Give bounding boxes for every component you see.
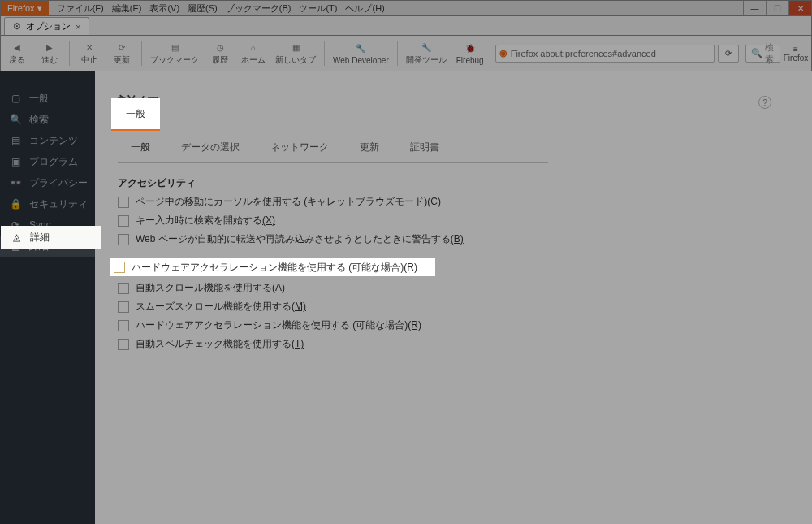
browser-tab-options[interactable]: ⚙ オプション × (4, 17, 89, 35)
sidebar-item-applications[interactable]: ▣プログラム (0, 151, 95, 172)
subtab-network[interactable]: ネットワーク (257, 134, 342, 162)
subtab-cert[interactable]: 証明書 (397, 134, 452, 162)
titlebar: Firefox ▾ ファイル(F) 編集(E) 表示(V) 履歴(S) ブックマ… (0, 0, 812, 16)
home-button[interactable]: ⌂ホーム (236, 36, 270, 71)
checkbox-label: スムーズスクロール機能を使用する(M) (136, 300, 306, 314)
sidebar-item-privacy[interactable]: 👓プライバシー (0, 172, 95, 193)
tab-close-button[interactable]: × (76, 22, 80, 32)
menubar: ファイル(F) 編集(E) 表示(V) 履歴(S) ブックマーク(B) ツール(… (49, 2, 385, 15)
menu-edit[interactable]: 編集(E) (112, 2, 142, 15)
sidebar-item-content[interactable]: ▤コンテンツ (0, 130, 95, 151)
menu-history[interactable]: 履歴(S) (188, 2, 218, 15)
preferences-main: 詳細 ? 一般 データの選択 ネットワーク 更新 証明書 アクセシビリティ ペー… (95, 71, 812, 524)
devtools-icon: 🔧 (420, 41, 433, 54)
sidebar-item-label: 一般 (29, 92, 49, 106)
wrench-icon: 🔧 (354, 42, 367, 55)
checkbox-label: 自動スペルチェック機能を使用する(T) (136, 337, 304, 351)
checkbox-search-on-type[interactable]: キー入力時に検索を開始する(X) (118, 214, 789, 227)
webdev-label: Web Developer (333, 56, 389, 65)
subtab-general[interactable]: 一般 (118, 134, 163, 162)
stop-label: 中止 (81, 54, 97, 66)
devtools-label: 開発ツール (406, 54, 447, 66)
checkbox-warn-redirect[interactable]: Web ページが自動的に転送や再読み込みさせようとしたときに警告する(B) (118, 232, 789, 246)
sidebar-item-security[interactable]: 🔒セキュリティ (0, 193, 95, 214)
highlight-subtab-general[interactable]: 一般 (111, 98, 160, 131)
help-button[interactable]: ? (758, 96, 771, 109)
sidebar-item-label: プログラム (29, 155, 78, 169)
checkbox-label: ハードウェアアクセラレーション機能を使用する (可能な場合)(R) (136, 318, 421, 332)
bookmark-label: ブックマーク (150, 54, 199, 66)
highlight-sidebar-advanced[interactable]: ◬ 詳細 (1, 226, 101, 249)
back-button[interactable]: ◀戻る (1, 36, 33, 71)
checkbox-icon (118, 320, 129, 331)
history-icon: ◷ (214, 41, 227, 54)
toolbar: ◀戻る ▶進む ✕中止 ⟳更新 ▤ブックマーク ◷履歴 ⌂ホーム ▦新しいタブ … (0, 36, 812, 71)
checkbox-spellcheck[interactable]: 自動スペルチェック機能を使用する(T) (118, 337, 789, 351)
advanced-subtabs: 一般 データの選択 ネットワーク 更新 証明書 (118, 134, 548, 163)
firebug-icon: 🐞 (464, 42, 477, 55)
section-heading-accessibility: アクセシビリティ (118, 176, 789, 190)
sidebar-item-label: コンテンツ (29, 134, 78, 148)
newtab-button[interactable]: ▦新しいタブ (270, 36, 321, 71)
app-menu-button[interactable]: ≡ Firefox (787, 45, 811, 63)
divider (69, 41, 70, 65)
checkbox-label: Web ページが自動的に転送や再読み込みさせようとしたときに警告する(B) (136, 232, 464, 246)
bookmark-button[interactable]: ▤ブックマーク (145, 36, 204, 71)
stop-icon: ✕ (83, 41, 96, 54)
reload-url-button[interactable]: ⟳ (718, 45, 739, 63)
hamburger-icon: ≡ (793, 45, 798, 54)
window-maximize-button[interactable]: ☐ (766, 1, 788, 15)
url-bar[interactable]: ◉ Firefox about:preferences#advanced (495, 45, 715, 63)
firefox-logo-icon: ◉ (499, 48, 508, 58)
firebug-button[interactable]: 🐞Firebug (451, 36, 489, 71)
checkbox-icon (114, 262, 125, 273)
checkbox-hw-accel[interactable]: ハードウェアアクセラレーション機能を使用する (可能な場合)(R) (118, 318, 789, 332)
highlight-checkbox-hw-accel[interactable]: ハードウェアアクセラレーション機能を使用する (可能な場合)(R) (110, 258, 435, 276)
firefox-menu-button[interactable]: Firefox ▾ (1, 1, 49, 15)
subtab-data[interactable]: データの選択 (168, 134, 253, 162)
checkbox-icon (118, 283, 129, 294)
forward-icon: ▶ (43, 41, 56, 54)
checkbox-icon (118, 339, 129, 350)
divider (141, 41, 142, 65)
sidebar-item-label: セキュリティ (29, 197, 88, 211)
divider (397, 41, 398, 65)
checkbox-smoothscroll[interactable]: スムーズスクロール機能を使用する(M) (118, 300, 789, 314)
menu-file[interactable]: ファイル(F) (57, 2, 104, 15)
checkbox-autoscroll[interactable]: 自動スクロール機能を使用する(A) (118, 281, 789, 295)
menu-tools[interactable]: ツール(T) (299, 2, 337, 15)
newtab-icon: ▦ (289, 41, 302, 54)
checkbox-caret-browse[interactable]: ページ中の移動にカーソルを使用する (キャレットブラウズモード)(C) (118, 195, 789, 209)
menu-help[interactable]: ヘルプ(H) (345, 2, 384, 15)
menu-view[interactable]: 表示(V) (149, 2, 179, 15)
sidebar-item-general[interactable]: ▢一般 (0, 88, 95, 109)
url-prefix: Firefox (511, 49, 538, 58)
sidebar-item-search[interactable]: 🔍検索 (0, 109, 95, 130)
gear-icon: ⚙ (13, 21, 21, 32)
history-label: 履歴 (212, 54, 228, 66)
menu-bookmarks[interactable]: ブックマーク(B) (226, 2, 292, 15)
checkbox-label: 自動スクロール機能を使用する(A) (136, 281, 285, 295)
search-icon: 🔍 (751, 48, 762, 58)
checkbox-icon (118, 215, 129, 227)
reload-button[interactable]: ⟳更新 (106, 36, 138, 71)
newtab-label: 新しいタブ (275, 54, 316, 66)
page-title: 詳細 (118, 91, 789, 119)
webdev-button[interactable]: 🔧Web Developer (328, 36, 394, 71)
divider (324, 41, 325, 65)
general-icon: ▢ (10, 93, 21, 104)
home-label: ホーム (241, 54, 266, 66)
history-button[interactable]: ◷履歴 (204, 36, 236, 71)
checkbox-icon (118, 234, 129, 245)
checkbox-icon (118, 301, 129, 313)
forward-button[interactable]: ▶進む (33, 36, 66, 71)
search-bar[interactable]: 🔍 検索 (745, 45, 780, 63)
forward-label: 進む (41, 54, 58, 66)
window-close-button[interactable]: ✕ (788, 1, 811, 15)
window-minimize-button[interactable]: — (743, 1, 766, 15)
devtools-button[interactable]: 🔧開発ツール (401, 36, 451, 71)
app-menu-label: Firefox (784, 54, 809, 63)
back-icon: ◀ (11, 41, 24, 54)
stop-button[interactable]: ✕中止 (73, 36, 106, 71)
subtab-update[interactable]: 更新 (347, 134, 392, 162)
